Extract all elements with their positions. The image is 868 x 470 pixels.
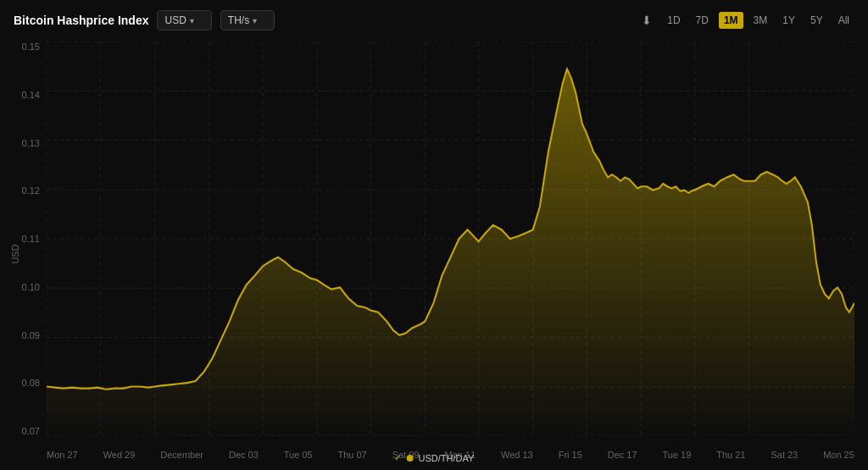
timeframe-1m-button[interactable]: 1M [719, 12, 743, 29]
unit-arrow-icon: ▾ [253, 16, 257, 25]
unit-dropdown[interactable]: TH/s ▾ [220, 10, 275, 30]
timeframe-1d-button[interactable]: 1D [662, 12, 685, 29]
y-label-009: 0.09 [22, 330, 40, 340]
chart-area-fill [47, 69, 854, 436]
y-label-015: 0.15 [22, 41, 40, 52]
app-container: Bitcoin Hashprice Index USD ▾ TH/s ▾ ⬇ 1… [0, 0, 868, 470]
currency-arrow-icon: ▾ [190, 16, 194, 25]
y-label-014: 0.14 [22, 90, 40, 100]
chart-svg-container [47, 41, 854, 436]
chart-title: Bitcoin Hashprice Index [14, 14, 148, 27]
header: Bitcoin Hashprice Index USD ▾ TH/s ▾ ⬇ 1… [0, 0, 868, 37]
x-label-thu21: Thu 21 [716, 450, 745, 460]
x-label-wed29: Wed 29 [103, 450, 136, 460]
timeframe-1y-button[interactable]: 1Y [777, 12, 800, 29]
timeframe-3m-button[interactable]: 3M [748, 12, 773, 29]
x-label-wed13: Wed 13 [501, 450, 533, 460]
x-label-fri15: Fri 15 [559, 450, 582, 460]
x-label-mon27: Mon 27 [47, 450, 78, 460]
y-label-007: 0.07 [22, 426, 40, 436]
y-label-010: 0.10 [22, 282, 40, 292]
x-label-mon25: Mon 25 [823, 450, 854, 460]
x-label-dec03: Dec 03 [229, 450, 259, 460]
x-label-tue19: Tue 19 [662, 450, 691, 460]
download-button[interactable]: ⬇ [637, 11, 657, 30]
timeframe-all-button[interactable]: All [833, 12, 854, 29]
unit-value: TH/s [228, 14, 249, 26]
x-label-tue05: Tue 05 [284, 450, 313, 460]
y-axis: 0.15 0.14 0.13 0.12 0.11 0.10 0.09 0.08 … [0, 41, 47, 436]
timeframe-7d-button[interactable]: 7D [691, 12, 714, 29]
y-label-008: 0.08 [22, 378, 40, 388]
timeframe-5y-button[interactable]: 5Y [805, 12, 828, 29]
header-right: ⬇ 1D 7D 1M 3M 1Y 5Y All [637, 11, 854, 30]
legend-checkmark: ✓ [394, 452, 402, 463]
currency-value: USD [164, 14, 186, 26]
y-label-013: 0.13 [22, 138, 40, 148]
y-label-011: 0.11 [22, 234, 40, 244]
legend-label: USD/TH/DAY [419, 453, 475, 463]
header-left: Bitcoin Hashprice Index USD ▾ TH/s ▾ [14, 10, 275, 30]
x-label-december: December [160, 450, 203, 460]
currency-dropdown[interactable]: USD ▾ [157, 10, 211, 30]
x-label-sat23: Sat 23 [771, 450, 798, 460]
y-label-012: 0.12 [22, 185, 40, 196]
chart-area: USD 0.15 0.14 0.13 0.12 0.11 0.10 0.09 0… [0, 37, 868, 470]
chart-legend: ✓ USD/TH/DAY [394, 452, 475, 463]
legend-dot-icon [407, 455, 414, 462]
x-label-dec17: Dec 17 [608, 450, 637, 460]
chart-svg [47, 41, 854, 436]
x-label-thu07: Thu 07 [337, 450, 366, 460]
